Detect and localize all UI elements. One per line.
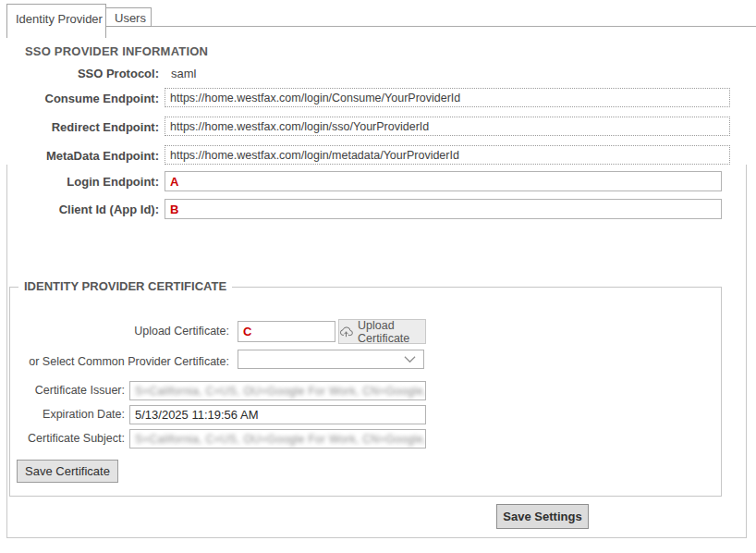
client-id-label: Client Id (App Id): [0,203,159,216]
save-certificate-button-label: Save Certificate [25,464,110,478]
tab-strip-baseline [151,26,756,27]
save-settings-button-label: Save Settings [503,510,581,523]
metadata-endpoint-input[interactable] [165,145,730,165]
chevron-down-icon [404,355,416,363]
upload-certificate-filename-input[interactable] [238,321,335,342]
login-endpoint-label: Login Endpoint: [0,175,159,189]
certificate-subject-value: S=California, C=US, OU=Google For Work, … [135,433,426,446]
metadata-endpoint-label: MetaData Endpoint: [0,149,159,163]
certificate-issuer-label: Certificate Issuer: [0,384,125,397]
expiration-date-input[interactable] [129,405,426,424]
expiration-date-label: Expiration Date: [0,408,125,421]
upload-certificate-button[interactable]: Upload Certificate [338,319,426,344]
certificate-issuer-value: S=California, C=US, OU=Google For Work, … [135,385,426,398]
tab-identity-provider-label: Identity Provider [16,12,103,26]
sso-settings-page: Identity Provider Users SSO PROVIDER INF… [0,0,756,553]
save-certificate-button[interactable]: Save Certificate [17,460,118,483]
login-endpoint-input[interactable] [165,171,722,191]
certificate-issuer-input[interactable]: S=California, C=US, OU=Google For Work, … [129,381,426,400]
redirect-endpoint-label: Redirect Endpoint: [0,120,159,134]
consume-endpoint-input[interactable] [165,88,730,107]
certificate-subject-input[interactable]: S=California, C=US, OU=Google For Work, … [129,429,426,449]
upload-certificate-button-label: Upload Certificate [358,319,425,345]
save-settings-button[interactable]: Save Settings [496,504,589,529]
sso-protocol-label: SSO Protocol: [0,67,159,80]
redirect-endpoint-input[interactable] [165,117,730,136]
consume-endpoint-label: Consume Endpoint: [0,92,159,105]
common-provider-certificate-label: or Select Common Provider Certificate: [0,355,229,368]
sso-protocol-value: saml [171,67,196,80]
upload-certificate-label: Upload Certificate: [0,325,229,338]
tab-users-label: Users [115,11,146,25]
tab-users[interactable]: Users [106,7,152,27]
client-id-input[interactable] [165,199,722,219]
certificate-subject-label: Certificate Subject: [0,432,125,445]
certificate-fieldset-legend: IDENTITY PROVIDER CERTIFICATE [18,279,232,293]
common-provider-certificate-select[interactable] [238,350,424,369]
tab-identity-provider[interactable]: Identity Provider [6,4,106,38]
cloud-upload-icon [339,326,353,338]
sso-section-heading: SSO PROVIDER INFORMATION [25,44,208,58]
